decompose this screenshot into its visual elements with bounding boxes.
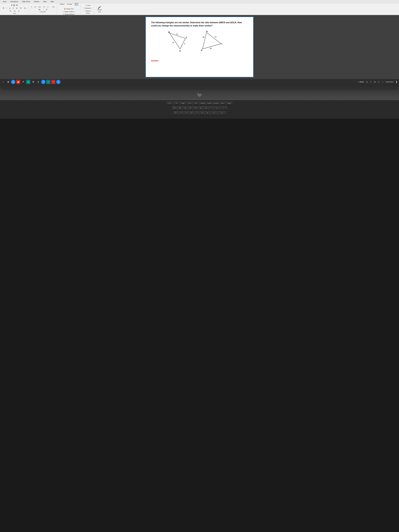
underline-button[interactable]: U — [8, 7, 11, 9]
key-f5[interactable]: f5 — [173, 102, 179, 105]
grid-icon[interactable]: # — [21, 80, 25, 84]
key-f7[interactable]: f7 ◄ — [187, 102, 193, 105]
zoom-bar-btn[interactable] — [386, 81, 393, 82]
files-icon[interactable]: 📁 — [16, 80, 20, 84]
smartart-btn[interactable]: ⊞ — [45, 8, 48, 11]
ts-icon[interactable]: Ts — [46, 80, 51, 84]
arrange-button[interactable]: Arrange — [66, 3, 73, 5]
minus-btn[interactable]: — — [381, 80, 385, 84]
key-0[interactable]: )0 — [204, 106, 209, 110]
italic-button[interactable]: I — [6, 7, 8, 9]
slidesorter-btn[interactable]: ⠿ — [369, 80, 373, 84]
key-bracket-close[interactable]: }] — [218, 111, 226, 115]
align-btn[interactable]: ab — [15, 7, 19, 9]
strikethrough-button[interactable]: S — [12, 7, 14, 9]
list-btn[interactable]: ≡ — [30, 6, 33, 8]
key-t[interactable]: T — [179, 111, 184, 115]
settings-icon[interactable]: ⚙ — [31, 80, 35, 84]
underline-a-btn[interactable]: A̲ — [17, 10, 20, 12]
shapes-button[interactable]: Shapes — [59, 3, 66, 5]
paragraph-section-label: Paragraph — [40, 11, 46, 13]
slide-container: The following triangles are not similar.… — [0, 15, 399, 79]
side-MD: 14 — [172, 41, 174, 43]
reading-btn[interactable]: ⊞ — [373, 80, 377, 84]
dictate-button[interactable]: 🎤 Dictate — [96, 5, 102, 11]
slideshow-btn[interactable]: ⇌ — [377, 80, 380, 84]
fontaa2-btn[interactable]: Aa — [23, 7, 27, 9]
find-button[interactable]: 🔍 Find — [84, 4, 91, 7]
key-f10[interactable]: f10 ►II — [206, 102, 212, 105]
align-left-btn[interactable]: ≡≡≡ — [38, 6, 42, 8]
shape-fill-button[interactable]: 🎨 Shape Fill — [63, 8, 75, 10]
key-insert[interactable]: insert — [226, 102, 232, 105]
replace-icon: ↩ — [84, 7, 85, 9]
key-f9[interactable]: f9 |◄◄ — [200, 102, 206, 105]
plus-btn[interactable]: ▐ — [394, 80, 398, 84]
align-center-btn[interactable]: ≡≡ — [42, 6, 46, 8]
help2-icon[interactable]: ? — [56, 80, 60, 84]
tab-slideshow[interactable]: Slide Show — [20, 0, 32, 3]
select-button[interactable]: ↖ Select — [83, 10, 92, 12]
fontaa-btn[interactable]: AV — [19, 7, 23, 9]
laptop-bezel: hp — [0, 85, 399, 100]
powerpoint-icon[interactable]: P — [51, 80, 55, 84]
key-4[interactable]: $4 — [172, 106, 177, 110]
taskview-icon[interactable]: ⊞ — [6, 80, 10, 84]
key-f6[interactable]: f6 🔊 — [180, 102, 186, 105]
tab-view[interactable]: View — [41, 0, 49, 3]
editing-section-label: Editing — [86, 13, 90, 14]
key-5[interactable]: %5 — [177, 106, 182, 110]
key-6[interactable]: ^6 — [183, 106, 187, 110]
key-f8[interactable]: f8 + — [193, 102, 199, 105]
key-o[interactable]: O — [200, 111, 204, 115]
slide[interactable]: The following triangles are not similar.… — [146, 17, 253, 77]
textdir-btn[interactable]: ↕ — [42, 8, 44, 11]
side-NL: 21 — [215, 36, 216, 38]
outdent-btn[interactable]: ≡↓ — [13, 10, 17, 13]
key-f11[interactable]: f11 ►►| — [213, 102, 219, 105]
key-backspace[interactable]: ← — [220, 106, 227, 110]
key-bracket-open[interactable]: {[ — [210, 111, 218, 115]
shape-outline-icon: □ — [63, 11, 64, 13]
shape-effects-button[interactable]: ✦ Shape Effects — [62, 13, 76, 16]
tab-review[interactable]: Review — [32, 0, 41, 3]
indent-btn[interactable]: ≡↑ — [9, 10, 13, 13]
key-y[interactable]: Y — [184, 111, 189, 115]
special-icon[interactable]: $ — [36, 80, 40, 84]
key-8[interactable]: *8 — [193, 106, 198, 110]
key-f4[interactable]: f4 □ — [167, 102, 173, 105]
notes-button[interactable]: ≡ Notes — [358, 81, 365, 83]
tab-animations[interactable]: Animations — [8, 0, 20, 3]
edge-icon[interactable]: e — [11, 80, 15, 84]
shape-effects-icon: ✦ — [63, 13, 64, 15]
align-right-btn[interactable]: ≡→ — [46, 6, 51, 8]
fn-key-row: f4 □ f5 f6 🔊 f7 ◄ f8 + f9 |◄◄ f10 ►II f1… — [1, 102, 398, 105]
columns-btn[interactable]: ⊞≡ — [38, 8, 41, 11]
key-minus[interactable]: —- — [209, 106, 214, 110]
key-9[interactable]: (9 — [198, 106, 203, 110]
voice-section-label: Voice — [98, 11, 101, 13]
key-p[interactable]: P — [205, 111, 210, 115]
key-u[interactable]: U — [189, 111, 194, 115]
tab-help[interactable]: Help — [49, 0, 56, 3]
key-7[interactable]: &7 — [188, 106, 193, 110]
key-f12[interactable]: f12 ✈ — [220, 102, 226, 105]
tab-tions[interactable]: tions — [1, 0, 8, 3]
mail-icon[interactable]: ✉ — [26, 80, 30, 84]
help-icon[interactable]: ? — [41, 80, 45, 84]
key-r[interactable]: R — [173, 111, 178, 115]
bold-button[interactable]: B — [2, 7, 5, 9]
diagram-svg: M C D 12 6 14 N L O 21 49 40 — [159, 31, 233, 57]
find-icon: 🔍 — [85, 5, 87, 6]
hp-logo: hp — [197, 90, 202, 98]
numberedlist-btn[interactable]: 1≡ — [33, 6, 37, 8]
normal-view-btn[interactable]: ⊡ — [365, 80, 369, 84]
start-icon[interactable]: ○ — [1, 80, 5, 84]
label-M: M — [168, 31, 170, 33]
quick-styles-button[interactable]: Quick Styles — [74, 1, 79, 7]
justify-btn[interactable]: ≡≡≡ — [51, 6, 55, 8]
shape-outline-button[interactable]: □ Shape Outline — [62, 10, 76, 13]
key-equals[interactable]: += — [214, 106, 219, 110]
key-i[interactable]: I — [195, 111, 199, 115]
replace-button[interactable]: ↩ Replace — [83, 7, 93, 10]
